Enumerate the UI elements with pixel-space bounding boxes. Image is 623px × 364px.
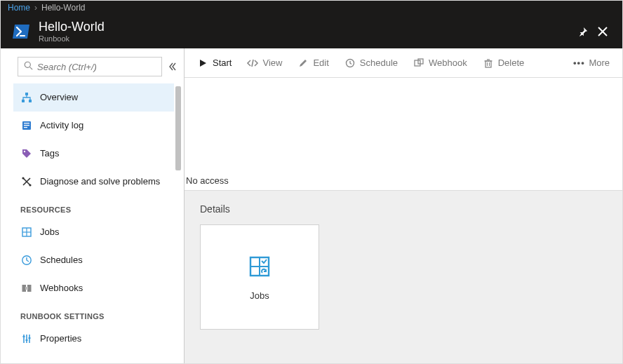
search-input[interactable]: [37, 62, 156, 72]
sitemap-icon: [20, 91, 33, 104]
summary-area: No access: [185, 78, 622, 190]
sidebar-scrollbar[interactable]: [175, 83, 182, 363]
svg-rect-32: [415, 60, 420, 66]
svg-marker-29: [200, 60, 206, 67]
view-label: View: [262, 58, 282, 68]
svg-rect-27: [26, 339, 28, 341]
svg-rect-22: [25, 287, 28, 290]
more-label: More: [589, 58, 610, 68]
close-button[interactable]: [593, 22, 612, 41]
more-button[interactable]: ••• More: [573, 58, 610, 69]
breadcrumb-home[interactable]: Home: [8, 3, 30, 13]
details-title: Details: [200, 203, 607, 215]
details-panel: Details Jobs: [185, 190, 622, 363]
svg-rect-7: [22, 100, 25, 102]
svg-point-4: [25, 62, 30, 67]
sidebar-item-overview[interactable]: Overview: [13, 83, 174, 112]
sidebar-item-tags[interactable]: Tags: [13, 140, 174, 168]
svg-rect-8: [29, 100, 32, 102]
start-button[interactable]: Start: [197, 58, 232, 69]
code-icon: [247, 58, 258, 69]
sidebar-item-jobs[interactable]: Jobs: [13, 218, 174, 246]
pencil-icon: [297, 58, 309, 69]
sidebar-item-schedules[interactable]: Schedules: [13, 246, 174, 274]
page-subtitle: Runbook: [39, 34, 105, 43]
svg-point-13: [24, 150, 25, 151]
webhook-icon: [20, 282, 33, 295]
jobs-tile[interactable]: Jobs: [200, 224, 319, 330]
sidebar-item-label: Diagnose and solve problems: [40, 176, 160, 187]
svg-point-15: [29, 184, 31, 186]
edit-button[interactable]: Edit: [297, 58, 328, 69]
svg-rect-10: [24, 123, 29, 123]
edit-label: Edit: [313, 58, 328, 68]
title-bar: Hello-World Runbook: [1, 15, 622, 48]
start-label: Start: [213, 58, 232, 68]
tools-icon: [20, 175, 33, 188]
breadcrumb: Home › Hello-World: [1, 1, 622, 15]
sidebar-item-label: Jobs: [40, 227, 59, 237]
search-icon: [24, 60, 33, 73]
delete-label: Delete: [498, 58, 525, 68]
svg-rect-28: [29, 337, 31, 339]
page-title: Hello-World: [39, 20, 105, 34]
sidebar-item-label: Properties: [40, 333, 81, 344]
properties-icon: [20, 332, 33, 345]
chevron-right-icon: ›: [34, 3, 37, 13]
delete-button[interactable]: Delete: [483, 58, 525, 69]
sidebar: Overview Activity log Tags: [1, 48, 185, 363]
sidebar-group-runbook-settings: RUNBOOK SETTINGS: [13, 302, 174, 325]
pin-button[interactable]: [573, 22, 593, 41]
svg-line-30: [252, 60, 253, 67]
clock-icon: [344, 58, 356, 69]
schedule-label: Schedule: [360, 58, 398, 68]
jobs-tile-label: Jobs: [250, 290, 269, 301]
collapse-sidebar-button[interactable]: [168, 57, 177, 76]
sidebar-item-label: Schedules: [40, 255, 83, 265]
sidebar-item-webhooks[interactable]: Webhooks: [13, 274, 174, 302]
svg-rect-12: [24, 127, 27, 128]
svg-rect-11: [24, 125, 29, 126]
webhook-button[interactable]: Webhook: [413, 58, 467, 69]
svg-line-5: [30, 67, 33, 70]
sidebar-item-activity-log[interactable]: Activity log: [13, 112, 174, 140]
jobs-tile-icon: [247, 254, 272, 279]
view-button[interactable]: View: [247, 58, 282, 69]
no-access-text: No access: [186, 175, 229, 186]
schedule-button[interactable]: Schedule: [344, 58, 398, 69]
trash-icon: [483, 58, 494, 69]
sidebar-item-label: Webhooks: [40, 283, 83, 293]
sidebar-item-diagnose[interactable]: Diagnose and solve problems: [13, 168, 174, 196]
sidebar-item-properties[interactable]: Properties: [13, 325, 174, 353]
play-icon: [197, 58, 208, 69]
search-input-wrapper[interactable]: [18, 57, 162, 76]
jobs-icon: [20, 226, 33, 238]
tag-icon: [20, 147, 33, 160]
sidebar-item-label: Tags: [40, 148, 59, 159]
svg-rect-34: [485, 61, 491, 67]
toolbar: Start View Edit Schedule Webhook Delete: [185, 48, 622, 78]
breadcrumb-current: Hello-World: [41, 3, 85, 13]
sidebar-item-label: Activity log: [40, 120, 83, 130]
svg-rect-26: [23, 336, 25, 337]
content-pane: Start View Edit Schedule Webhook Delete: [185, 48, 622, 363]
svg-rect-6: [25, 93, 28, 95]
svg-point-14: [22, 177, 24, 179]
sidebar-item-label: Overview: [40, 92, 78, 102]
clock-icon: [20, 254, 33, 267]
webhook-label: Webhook: [429, 58, 467, 68]
ellipsis-icon: •••: [573, 58, 584, 69]
log-icon: [20, 119, 33, 132]
webhook-icon: [413, 58, 424, 69]
sidebar-group-resources: RESOURCES: [13, 196, 174, 218]
powershell-icon: [11, 21, 32, 42]
